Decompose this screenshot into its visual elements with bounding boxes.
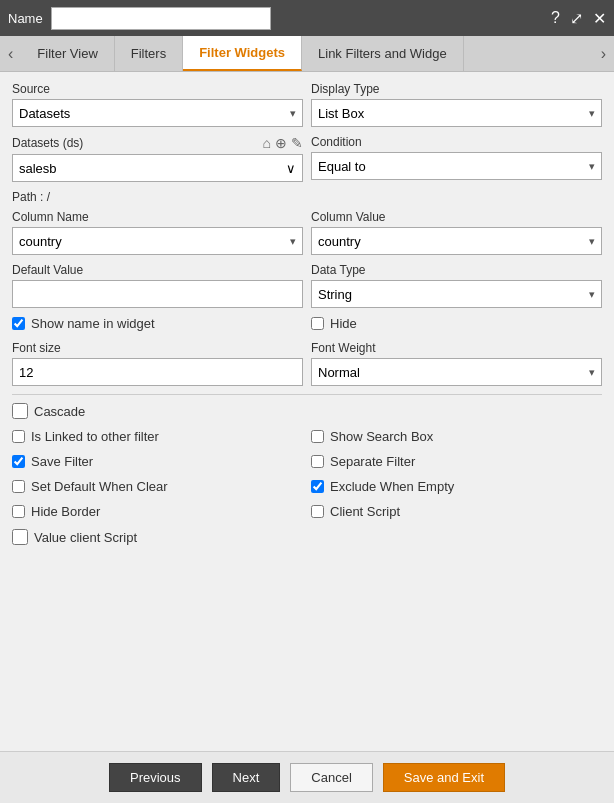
save-and-exit-button[interactable]: Save and Exit: [383, 763, 505, 792]
save-filter-field: Save Filter: [12, 454, 303, 469]
exclude-empty-checkbox[interactable]: [311, 480, 324, 493]
default-value-field: Default Value: [12, 263, 303, 308]
data-type-select[interactable]: String ▾: [311, 280, 602, 308]
show-search-field: Show Search Box: [311, 429, 602, 444]
datasets-select[interactable]: salesb ∨: [12, 154, 303, 182]
datasets-header-row: Datasets (ds) ⌂ ⊕ ✎: [12, 135, 303, 151]
linked-search-row: Is Linked to other filter Show Search Bo…: [12, 429, 602, 444]
font-weight-value: Normal: [318, 365, 360, 380]
separate-filter-checkbox[interactable]: [311, 455, 324, 468]
hide-border-checkbox[interactable]: [12, 505, 25, 518]
client-script-label: Client Script: [330, 504, 400, 519]
title-bar-icons: ? ⤢ ✕: [551, 9, 606, 28]
value-client-row: Value client Script: [12, 529, 602, 545]
is-linked-label: Is Linked to other filter: [31, 429, 159, 444]
separate-filter-label: Separate Filter: [330, 454, 415, 469]
next-button[interactable]: Next: [212, 763, 281, 792]
source-display-row: Source Datasets ▾ Display Type List Box …: [12, 82, 602, 127]
title-bar: Name country ▾ ? ⤢ ✕: [0, 0, 614, 36]
client-script-field: Client Script: [311, 504, 602, 519]
exclude-empty-field: Exclude When Empty: [311, 479, 602, 494]
datasets-arrow-icon: ∨: [286, 161, 296, 176]
default-datatype-row: Default Value Data Type String ▾: [12, 263, 602, 308]
tab-bar: ‹ Filter View Filters Filter Widgets Lin…: [0, 36, 614, 72]
tab-filter-view[interactable]: Filter View: [21, 36, 114, 71]
name-input-display[interactable]: country ▾: [51, 7, 271, 30]
home-icon[interactable]: ⌂: [263, 135, 271, 151]
client-script-checkbox[interactable]: [311, 505, 324, 518]
hide-border-field: Hide Border: [12, 504, 303, 519]
add-icon[interactable]: ⊕: [275, 135, 287, 151]
name-dropdown-arrow[interactable]: ▾: [257, 11, 264, 26]
separate-filter-field: Separate Filter: [311, 454, 602, 469]
cancel-button[interactable]: Cancel: [290, 763, 372, 792]
condition-field: Condition Equal to ▾: [311, 135, 602, 182]
is-linked-field: Is Linked to other filter: [12, 429, 303, 444]
save-separate-row: Save Filter Separate Filter: [12, 454, 602, 469]
column-value-value: country: [318, 234, 361, 249]
name-value: country: [58, 11, 101, 26]
datasets-label: Datasets (ds): [12, 136, 83, 150]
tab-filters[interactable]: Filters: [115, 36, 183, 71]
condition-select[interactable]: Equal to ▾: [311, 152, 602, 180]
column-value-arrow-icon: ▾: [589, 235, 595, 248]
hide-checkbox[interactable]: [311, 317, 324, 330]
hideborder-client-row: Hide Border Client Script: [12, 504, 602, 519]
display-type-value: List Box: [318, 106, 364, 121]
font-size-input[interactable]: [12, 358, 303, 386]
is-linked-checkbox[interactable]: [12, 430, 25, 443]
font-size-label: Font size: [12, 341, 303, 355]
move-icon[interactable]: ⤢: [570, 9, 583, 28]
tab-filter-widgets[interactable]: Filter Widgets: [183, 36, 302, 71]
set-default-label: Set Default When Clear: [31, 479, 168, 494]
column-name-field: Column Name country ▾: [12, 210, 303, 255]
hide-border-label: Hide Border: [31, 504, 100, 519]
display-type-label: Display Type: [311, 82, 602, 96]
font-row: Font size Font Weight Normal ▾: [12, 341, 602, 386]
set-default-field: Set Default When Clear: [12, 479, 303, 494]
font-weight-label: Font Weight: [311, 341, 602, 355]
condition-value: Equal to: [318, 159, 366, 174]
font-weight-select[interactable]: Normal ▾: [311, 358, 602, 386]
exclude-empty-label: Exclude When Empty: [330, 479, 454, 494]
data-type-value: String: [318, 287, 352, 302]
column-name-arrow-icon: ▾: [290, 235, 296, 248]
column-value-select[interactable]: country ▾: [311, 227, 602, 255]
save-filter-checkbox[interactable]: [12, 455, 25, 468]
title-bar-left: Name country ▾: [8, 7, 271, 30]
divider-1: [12, 394, 602, 395]
condition-arrow-icon: ▾: [589, 160, 595, 173]
cascade-checkbox[interactable]: [12, 403, 28, 419]
tab-left-arrow[interactable]: ‹: [0, 36, 21, 71]
show-name-field: Show name in widget: [12, 316, 303, 331]
show-hide-row: Show name in widget Hide: [12, 316, 602, 331]
show-search-checkbox[interactable]: [311, 430, 324, 443]
source-field: Source Datasets ▾: [12, 82, 303, 127]
column-name-select[interactable]: country ▾: [12, 227, 303, 255]
path-display: Path : /: [12, 190, 602, 204]
font-weight-arrow-icon: ▾: [589, 366, 595, 379]
value-client-label: Value client Script: [34, 530, 137, 545]
default-value-input[interactable]: [12, 280, 303, 308]
name-label: Name: [8, 11, 43, 26]
default-value-label: Default Value: [12, 263, 303, 277]
save-filter-label: Save Filter: [31, 454, 93, 469]
show-search-label: Show Search Box: [330, 429, 433, 444]
previous-button[interactable]: Previous: [109, 763, 202, 792]
set-default-checkbox[interactable]: [12, 480, 25, 493]
source-select[interactable]: Datasets ▾: [12, 99, 303, 127]
tab-right-arrow[interactable]: ›: [593, 36, 614, 71]
close-icon[interactable]: ✕: [593, 9, 606, 28]
display-type-select[interactable]: List Box ▾: [311, 99, 602, 127]
show-name-checkbox[interactable]: [12, 317, 25, 330]
tab-link-filters[interactable]: Link Filters and Widge: [302, 36, 464, 71]
data-type-field: Data Type String ▾: [311, 263, 602, 308]
help-icon[interactable]: ?: [551, 9, 560, 27]
source-label: Source: [12, 82, 303, 96]
column-name-label: Column Name: [12, 210, 303, 224]
show-name-label: Show name in widget: [31, 316, 155, 331]
column-value-label: Column Value: [311, 210, 602, 224]
column-name-value: country: [19, 234, 62, 249]
edit-icon[interactable]: ✎: [291, 135, 303, 151]
value-client-checkbox[interactable]: [12, 529, 28, 545]
